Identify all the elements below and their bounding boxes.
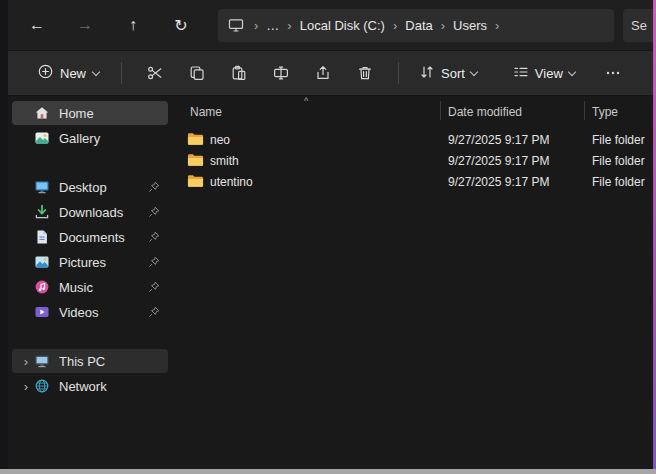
file-explorer-window: ← → ↑ ↻ › … › Local Disk (C:) › Data › U…: [0, 0, 656, 474]
file-type: File folder: [592, 175, 645, 189]
folder-icon: [187, 153, 204, 167]
file-date-modified: 9/27/2025 9:17 PM: [448, 154, 549, 168]
downloads-icon: [34, 204, 50, 220]
sidebar-item-network[interactable]: › Network: [12, 374, 168, 398]
forward-button[interactable]: →: [68, 8, 102, 42]
pin-icon: [148, 181, 160, 193]
file-row-neo[interactable]: neo 9/27/2025 9:17 PM File folder: [172, 129, 653, 150]
this-pc-icon: [34, 353, 50, 369]
home-icon: [34, 105, 50, 121]
file-list-pane: ^ Name Date modified Type neo 9/27/2025 …: [172, 96, 653, 469]
this-pc-monitor-icon: [228, 18, 244, 32]
file-name: utentino: [210, 175, 253, 189]
column-divider[interactable]: [440, 101, 441, 120]
search-input[interactable]: Se: [623, 9, 653, 42]
videos-icon: [34, 304, 50, 320]
column-header-type[interactable]: Type: [592, 105, 618, 119]
breadcrumb-separator-icon: ›: [254, 18, 258, 33]
see-more-button[interactable]: [595, 56, 631, 90]
chevron-down-icon: [470, 67, 478, 75]
window-bottom-edge: [0, 469, 656, 474]
sidebar-item-desktop[interactable]: Desktop: [12, 175, 168, 199]
sort-icon: [419, 64, 435, 83]
sidebar-item-label: Desktop: [59, 180, 148, 195]
back-button[interactable]: ←: [20, 8, 54, 42]
cut-button[interactable]: [134, 56, 176, 90]
pin-icon: [148, 306, 160, 318]
sidebar-spacer: [8, 151, 172, 175]
sort-ascending-indicator: ^: [304, 96, 308, 106]
file-type: File folder: [592, 133, 645, 147]
sidebar-item-label: Downloads: [59, 205, 148, 220]
chevron-down-icon: [92, 67, 100, 75]
file-date-modified: 9/27/2025 9:17 PM: [448, 175, 549, 189]
sidebar-item-this-pc[interactable]: › This PC: [12, 349, 168, 373]
documents-icon: [34, 229, 50, 245]
new-button-label: New: [60, 66, 86, 81]
ellipsis-icon: [605, 65, 621, 81]
address-bar[interactable]: › … › Local Disk (C:) › Data › Users ›: [218, 9, 614, 42]
file-row-utentino[interactable]: utentino 9/27/2025 9:17 PM File folder: [172, 171, 653, 192]
sidebar-item-documents[interactable]: Documents: [12, 225, 168, 249]
sidebar-item-gallery[interactable]: Gallery: [12, 126, 168, 150]
search-text: Se: [631, 18, 647, 33]
rename-button[interactable]: [260, 56, 302, 90]
toolbar-divider: [398, 62, 399, 84]
sidebar-item-label: Home: [59, 106, 168, 121]
sort-button-label: Sort: [441, 66, 465, 81]
view-button-label: View: [535, 66, 563, 81]
breadcrumb-item-local-disk[interactable]: Local Disk (C:): [300, 18, 385, 33]
new-button[interactable]: New: [28, 58, 109, 88]
sidebar-item-label: Documents: [59, 230, 148, 245]
breadcrumb-item-data[interactable]: Data: [405, 18, 432, 33]
sidebar-item-label: Pictures: [59, 255, 148, 270]
breadcrumb-item-users[interactable]: Users: [453, 18, 487, 33]
network-icon: [34, 378, 50, 394]
file-name: neo: [210, 133, 230, 147]
pictures-icon: [34, 254, 50, 270]
sidebar-item-pictures[interactable]: Pictures: [12, 250, 168, 274]
chevron-right-icon[interactable]: ›: [18, 379, 34, 394]
delete-button[interactable]: [344, 56, 386, 90]
pin-icon: [148, 281, 160, 293]
column-header-date-modified[interactable]: Date modified: [448, 105, 522, 119]
sidebar-item-downloads[interactable]: Downloads: [12, 200, 168, 224]
view-button[interactable]: View: [505, 58, 583, 89]
up-button[interactable]: ↑: [116, 8, 150, 42]
view-icon: [513, 64, 529, 83]
refresh-button[interactable]: ↻: [164, 8, 198, 42]
column-divider[interactable]: [584, 101, 585, 120]
file-date-modified: 9/27/2025 9:17 PM: [448, 133, 549, 147]
pin-icon: [148, 256, 160, 268]
sidebar-item-label: Videos: [59, 305, 148, 320]
share-button[interactable]: [302, 56, 344, 90]
breadcrumb-separator-icon: ›: [287, 18, 291, 33]
folder-icon: [187, 174, 204, 188]
breadcrumb-separator-icon: ›: [495, 18, 499, 33]
navigation-pane: Home Gallery: [8, 96, 172, 469]
sidebar-item-label: Gallery: [59, 131, 168, 146]
sidebar-spacer: [8, 325, 172, 349]
desktop-icon: [34, 179, 50, 195]
gallery-icon: [34, 130, 50, 146]
column-header-name[interactable]: Name: [190, 105, 222, 119]
breadcrumb-separator-icon: ›: [393, 18, 397, 33]
file-row-smith[interactable]: smith 9/27/2025 9:17 PM File folder: [172, 150, 653, 171]
sidebar-item-home[interactable]: Home: [12, 101, 168, 125]
folder-icon: [187, 132, 204, 146]
sidebar-item-label: Network: [59, 379, 168, 394]
breadcrumb-collapsed[interactable]: …: [266, 18, 279, 33]
paste-button[interactable]: [218, 56, 260, 90]
copy-button[interactable]: [176, 56, 218, 90]
chevron-down-icon: [568, 67, 576, 75]
chevron-right-icon[interactable]: ›: [18, 354, 34, 369]
sidebar-item-videos[interactable]: Videos: [12, 300, 168, 324]
file-rows: neo 9/27/2025 9:17 PM File folder smith …: [172, 126, 653, 192]
column-header-row: ^ Name Date modified Type: [172, 96, 653, 126]
sidebar-item-label: This PC: [59, 354, 168, 369]
pin-icon: [148, 206, 160, 218]
toolbar-divider: [121, 62, 122, 84]
sidebar-item-music[interactable]: Music: [12, 275, 168, 299]
navigation-bar: ← → ↑ ↻ › … › Local Disk (C:) › Data › U…: [8, 0, 653, 50]
sort-button[interactable]: Sort: [411, 58, 485, 89]
